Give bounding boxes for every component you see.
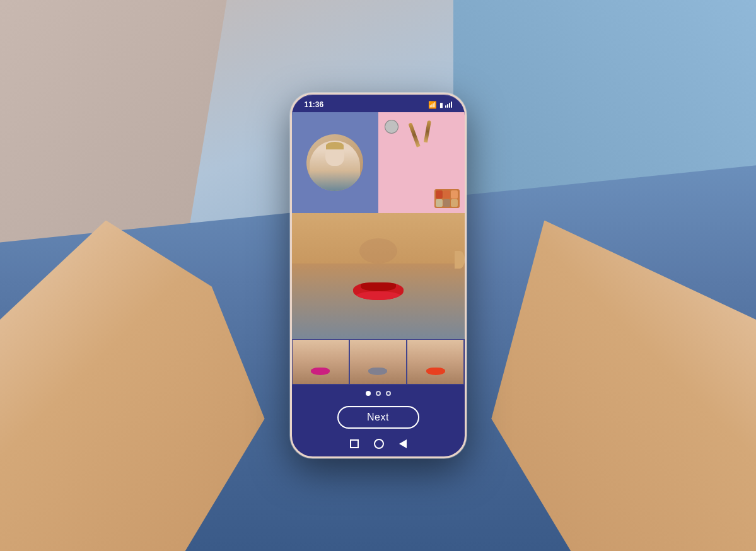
- ear-hint: [455, 251, 465, 269]
- makeup-brush-2: [424, 120, 431, 143]
- next-button-wrapper: Next: [292, 402, 465, 434]
- pagination-dot-3[interactable]: [386, 391, 391, 396]
- signal-icon: [445, 102, 452, 108]
- top-section: [292, 112, 465, 213]
- profile-circle: [306, 134, 363, 191]
- palette-color-5: [443, 199, 450, 207]
- nav-home-button[interactable]: [374, 439, 384, 449]
- phone-wrapper: 11:36 📶 ▮: [290, 93, 467, 458]
- status-bar: 11:36 📶 ▮: [292, 95, 465, 112]
- thumb-face-1: [293, 340, 349, 384]
- thumb-lips-2: [368, 368, 387, 375]
- palette-color-4: [436, 199, 443, 207]
- main-face-display: [292, 213, 465, 339]
- pagination-dots: [292, 385, 465, 402]
- battery-icon: ▮: [439, 102, 443, 108]
- face-lower-neck: [292, 264, 465, 339]
- wifi-icon: 📶: [428, 101, 437, 109]
- thumb-face-2: [350, 340, 406, 384]
- next-button[interactable]: Next: [337, 406, 419, 429]
- makeup-palette: [434, 189, 460, 208]
- lipstick-thumbnails: [292, 339, 465, 385]
- thumbnail-2[interactable]: [349, 339, 407, 385]
- thumb-face-3: [407, 340, 463, 384]
- palette-color-2: [443, 190, 450, 199]
- nav-stop-button[interactable]: [350, 439, 359, 448]
- nose-area: [359, 238, 397, 264]
- palette-color-1: [436, 190, 443, 199]
- pagination-dot-2[interactable]: [376, 391, 381, 396]
- profile-person-image: [310, 141, 360, 191]
- thumbnail-3[interactable]: [407, 339, 464, 385]
- bottom-navigation: [292, 434, 465, 456]
- makeup-brush-1: [409, 122, 421, 148]
- thumb-lips-1: [311, 368, 330, 375]
- phone-content: Next: [292, 112, 465, 456]
- face-image: [292, 213, 465, 339]
- phone-device: 11:36 📶 ▮: [290, 93, 467, 458]
- status-icons: 📶 ▮: [428, 101, 452, 109]
- thumb-lips-3: [426, 368, 445, 375]
- palette-color-6: [451, 199, 458, 207]
- pagination-dot-1[interactable]: [366, 391, 371, 396]
- palette-color-3: [451, 190, 458, 199]
- profile-section: [292, 112, 378, 213]
- lips-display: [353, 282, 404, 300]
- status-time: 11:36: [305, 100, 324, 109]
- makeup-compact-circle: [385, 120, 398, 134]
- nav-back-button[interactable]: [399, 439, 407, 448]
- thumbnail-1[interactable]: [292, 339, 349, 385]
- makeup-products-section: [378, 112, 465, 213]
